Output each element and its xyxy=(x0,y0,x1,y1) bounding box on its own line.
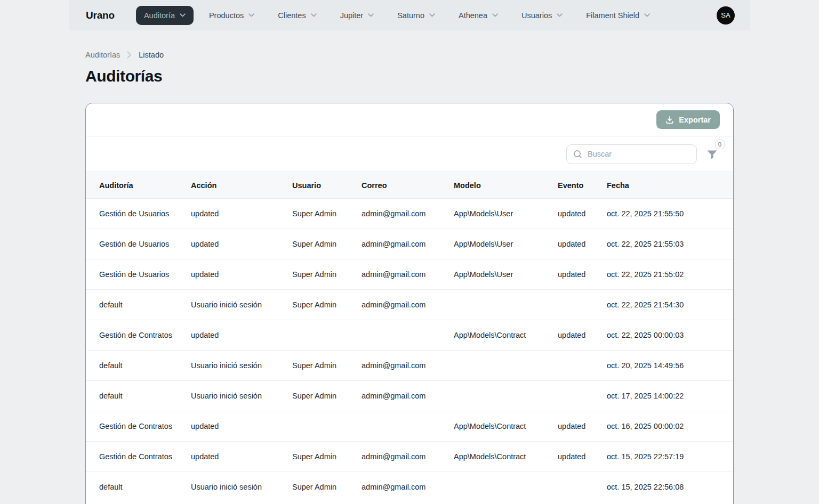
table-cell: Gestión de Contratos xyxy=(86,411,191,442)
nav-item-clientes[interactable]: Clientes xyxy=(270,6,324,25)
nav-item-auditoría[interactable]: Auditoría xyxy=(136,6,194,25)
table-row[interactable]: Gestión de UsuariosupdatedSuper Adminadm… xyxy=(86,229,733,259)
table-row[interactable]: Gestión de UsuariosupdatedSuper Adminadm… xyxy=(86,199,733,229)
table-cell: Super Admin xyxy=(292,351,362,381)
export-button[interactable]: Exportar xyxy=(656,110,720,129)
table-header-row: AuditoríaAcciónUsuarioCorreoModeloEvento… xyxy=(86,172,733,199)
table-cell: default xyxy=(86,351,191,381)
table-cell: oct. 16, 2025 00:00:02 xyxy=(607,411,733,442)
table-cell: oct. 22, 2025 21:54:30 xyxy=(607,290,733,320)
nav-item-productos[interactable]: Productos xyxy=(201,6,262,25)
column-header: Usuario xyxy=(292,172,362,199)
table-row[interactable]: Gestión de ContratosupdatedApp\Models\Co… xyxy=(86,411,733,442)
user-avatar[interactable]: SA xyxy=(717,6,735,25)
chevron-down-icon xyxy=(644,13,650,17)
table-row[interactable]: defaultUsuario inició sesiónSuper Admina… xyxy=(86,381,733,411)
column-header: Evento xyxy=(558,172,607,199)
table-cell: App\Models\User xyxy=(454,199,558,229)
table-cell: Gestión de Usuarios xyxy=(86,229,191,259)
table-cell: updated xyxy=(558,320,607,351)
table-cell: admin@gmail.com xyxy=(362,259,454,290)
table-cell: admin@gmail.com xyxy=(362,229,454,259)
table-cell: oct. 15, 2025 22:57:19 xyxy=(607,442,733,472)
chevron-down-icon xyxy=(557,13,563,17)
table-cell xyxy=(558,351,607,381)
brand-logo[interactable]: Urano xyxy=(86,10,115,21)
table-cell: updated xyxy=(558,411,607,442)
table-cell: App\Models\Contract xyxy=(454,442,558,472)
table-cell: Super Admin xyxy=(292,290,362,320)
filter-count-badge: 0 xyxy=(715,140,725,149)
audit-table-card: Exportar xyxy=(85,103,734,504)
table-body: Gestión de UsuariosupdatedSuper Adminadm… xyxy=(86,199,733,502)
table-cell xyxy=(454,290,558,320)
table-cell xyxy=(292,320,362,351)
nav-item-saturno[interactable]: Saturno xyxy=(389,6,443,25)
chevron-down-icon xyxy=(248,13,254,17)
table-cell: oct. 15, 2025 22:56:08 xyxy=(607,472,733,502)
search-input[interactable] xyxy=(566,144,697,164)
breadcrumb-item-auditorias[interactable]: Auditorías xyxy=(85,51,120,59)
nav-item-label: Auditoría xyxy=(144,11,175,20)
table-cell: oct. 17, 2025 14:00:22 xyxy=(607,381,733,411)
filter-funnel-icon xyxy=(707,153,717,161)
table-cell xyxy=(558,290,607,320)
table-cell: App\Models\Contract xyxy=(454,320,558,351)
table-cell: Super Admin xyxy=(292,472,362,502)
table-cell: updated xyxy=(191,411,292,442)
chevron-down-icon xyxy=(180,13,186,17)
table-cell: Super Admin xyxy=(292,442,362,472)
nav-item-label: Saturno xyxy=(397,11,424,20)
table-cell: Usuario inició sesión xyxy=(191,381,292,411)
search-row: 0 xyxy=(86,136,733,172)
nav-item-athenea[interactable]: Athenea xyxy=(451,6,506,25)
export-button-label: Exportar xyxy=(679,116,711,124)
table-cell: admin@gmail.com xyxy=(362,381,454,411)
table-cell xyxy=(454,351,558,381)
nav-item-label: Athenea xyxy=(459,11,487,20)
table-cell: App\Models\User xyxy=(454,259,558,290)
table-row[interactable]: defaultUsuario inició sesiónSuper Admina… xyxy=(86,351,733,381)
table-cell xyxy=(558,472,607,502)
table-cell: Gestión de Contratos xyxy=(86,442,191,472)
page-content: Auditorías Listado Auditorías Exportar xyxy=(69,51,750,504)
table-cell: default xyxy=(86,472,191,502)
page-title: Auditorías xyxy=(85,67,734,85)
filter-control: 0 xyxy=(707,146,720,162)
nav-item-filament-shield[interactable]: Filament Shield xyxy=(578,6,658,25)
table-row[interactable]: defaultUsuario inició sesiónSuper Admina… xyxy=(86,472,733,502)
nav-item-label: Clientes xyxy=(278,11,306,20)
chevron-down-icon xyxy=(429,13,435,17)
table-cell: updated xyxy=(191,442,292,472)
table-row[interactable]: defaultUsuario inició sesiónSuper Admina… xyxy=(86,290,733,320)
table-cell: Super Admin xyxy=(292,229,362,259)
table-cell: oct. 22, 2025 00:00:03 xyxy=(607,320,733,351)
table-cell: Gestión de Usuarios xyxy=(86,259,191,290)
breadcrumb: Auditorías Listado xyxy=(85,51,734,59)
column-header: Correo xyxy=(362,172,454,199)
table-cell: updated xyxy=(558,199,607,229)
table-cell: oct. 20, 2025 14:49:56 xyxy=(607,351,733,381)
table-cell: admin@gmail.com xyxy=(362,472,454,502)
table-cell: updated xyxy=(191,199,292,229)
table-row[interactable]: Gestión de ContratosupdatedApp\Models\Co… xyxy=(86,320,733,351)
chevron-down-icon xyxy=(368,13,374,17)
table-cell: App\Models\Contract xyxy=(454,411,558,442)
table-row[interactable]: Gestión de ContratosupdatedSuper Adminad… xyxy=(86,442,733,472)
filter-button[interactable] xyxy=(707,150,717,161)
table-cell: updated xyxy=(191,320,292,351)
chevron-down-icon xyxy=(492,13,498,17)
nav-item-jupiter[interactable]: Jupiter xyxy=(332,6,382,25)
chevron-right-icon xyxy=(127,51,132,59)
table-cell: Usuario inició sesión xyxy=(191,290,292,320)
table-cell xyxy=(362,411,454,442)
table-cell: Usuario inició sesión xyxy=(191,351,292,381)
table-cell: Super Admin xyxy=(292,259,362,290)
table-cell: oct. 22, 2025 21:55:03 xyxy=(607,229,733,259)
table-cell: Super Admin xyxy=(292,381,362,411)
table-row[interactable]: Gestión de UsuariosupdatedSuper Adminadm… xyxy=(86,259,733,290)
table-cell: oct. 22, 2025 21:55:02 xyxy=(607,259,733,290)
column-header: Modelo xyxy=(454,172,558,199)
table-cell: oct. 22, 2025 21:55:50 xyxy=(607,199,733,229)
nav-item-usuarios[interactable]: Usuarios xyxy=(513,6,571,25)
